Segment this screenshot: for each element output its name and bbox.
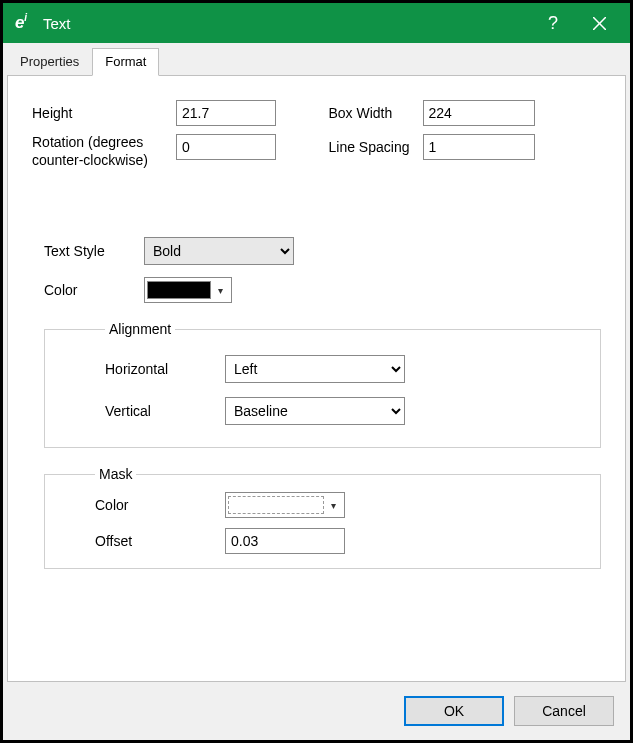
- mask-group: Mask Color ▾ Offset: [44, 466, 601, 569]
- client-area: Properties Format Height Rotation (degre…: [3, 43, 630, 740]
- mask-color-select[interactable]: ▾: [225, 492, 345, 518]
- mask-color-label: Color: [95, 497, 225, 513]
- horizontal-select[interactable]: Left: [225, 355, 405, 383]
- cancel-button[interactable]: Cancel: [514, 696, 614, 726]
- chevron-down-icon: ▾: [211, 285, 229, 296]
- tab-properties[interactable]: Properties: [7, 48, 92, 76]
- tabs-row: Properties Format: [5, 45, 628, 75]
- alignment-group: Alignment Horizontal Left Vertical Basel…: [44, 321, 601, 448]
- window-title: Text: [43, 15, 530, 32]
- dialog-window: ei Text ? Properties Format Height: [0, 0, 633, 743]
- line-spacing-input[interactable]: [423, 134, 535, 160]
- box-width-input[interactable]: [423, 100, 535, 126]
- color-label: Color: [44, 282, 144, 298]
- vertical-select[interactable]: Baseline: [225, 397, 405, 425]
- app-icon: ei: [9, 11, 33, 35]
- height-input[interactable]: [176, 100, 276, 126]
- text-style-label: Text Style: [44, 243, 144, 259]
- tab-format[interactable]: Format: [92, 48, 159, 76]
- tab-panel-format: Height Rotation (degrees counter-clockwi…: [7, 75, 626, 682]
- horizontal-label: Horizontal: [105, 361, 225, 377]
- offset-label: Offset: [95, 533, 225, 549]
- dialog-buttons: OK Cancel: [5, 684, 628, 738]
- mask-color-swatch: [228, 496, 324, 514]
- titlebar: ei Text ?: [3, 3, 630, 43]
- close-icon: [593, 17, 606, 30]
- color-swatch: [147, 281, 211, 299]
- mask-legend: Mask: [95, 466, 136, 482]
- line-spacing-label: Line Spacing: [317, 139, 423, 155]
- box-width-label: Box Width: [317, 105, 423, 121]
- alignment-legend: Alignment: [105, 321, 175, 337]
- vertical-label: Vertical: [105, 403, 225, 419]
- offset-input[interactable]: [225, 528, 345, 554]
- help-button[interactable]: ?: [530, 3, 576, 43]
- color-select[interactable]: ▾: [144, 277, 232, 303]
- height-label: Height: [24, 105, 176, 121]
- rotation-label: Rotation (degrees counter-clockwise): [24, 134, 176, 169]
- rotation-input[interactable]: [176, 134, 276, 160]
- text-style-select[interactable]: Bold: [144, 237, 294, 265]
- close-button[interactable]: [576, 3, 622, 43]
- chevron-down-icon: ▾: [324, 500, 342, 511]
- ok-button[interactable]: OK: [404, 696, 504, 726]
